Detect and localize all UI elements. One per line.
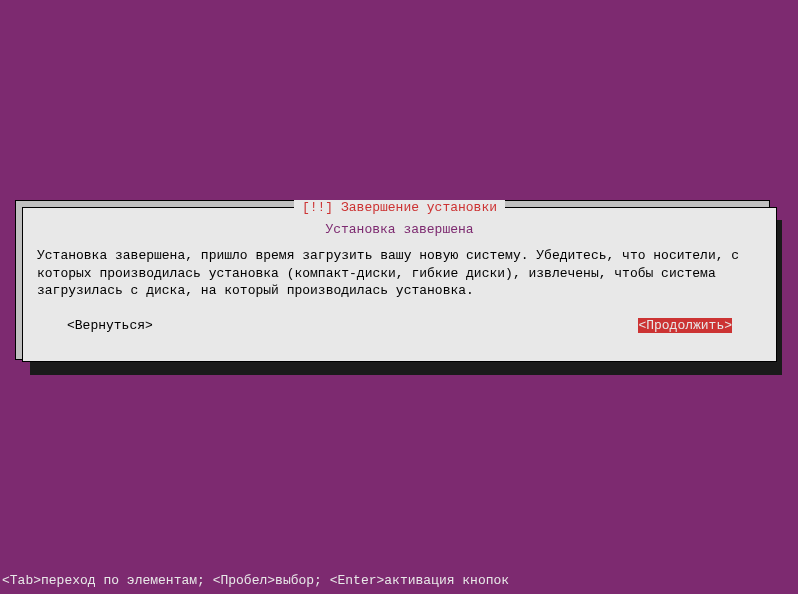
space-text: выбор; [275,573,330,588]
button-row: <Вернуться> <Продолжить> [37,318,762,333]
dialog-message: Установка завершена, пришло время загруз… [37,247,762,300]
tab-key-hint: <Tab> [2,573,41,588]
footer-help-bar: <Tab>переход по элементам; <Пробел>выбор… [2,573,509,588]
continue-button[interactable]: <Продолжить> [638,318,732,333]
tab-text: переход по элементам; [41,573,213,588]
dialog-title-bar: [!!] Завершение установки [23,200,776,215]
space-key-hint: <Пробел> [213,573,275,588]
dialog-content: Установка завершена Установка завершена,… [23,208,776,343]
enter-key-hint: <Enter> [330,573,385,588]
dialog-title: [!!] Завершение установки [294,200,505,215]
enter-text: активация кнопок [384,573,509,588]
dialog-subtitle: Установка завершена [37,222,762,237]
back-button[interactable]: <Вернуться> [67,318,153,333]
installation-complete-dialog: [!!] Завершение установки Установка заве… [22,207,777,362]
